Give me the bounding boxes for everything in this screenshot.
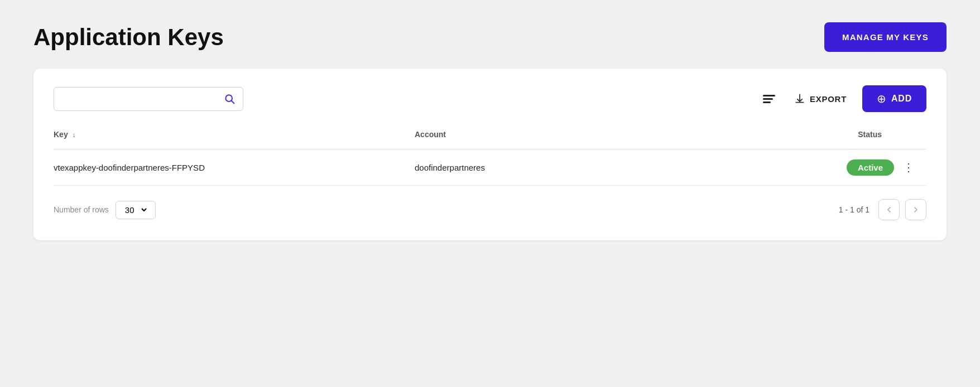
filter-button[interactable] <box>760 91 779 107</box>
export-button[interactable]: EXPORT <box>787 89 853 109</box>
search-input[interactable] <box>54 88 216 110</box>
rows-select-box[interactable]: 30 50 100 <box>116 201 156 219</box>
add-button[interactable]: ⊕ ADD <box>862 85 926 112</box>
search-icon <box>224 93 235 104</box>
add-label: ADD <box>891 94 912 104</box>
sort-arrow-key: ↓ <box>73 131 76 139</box>
chevron-left-icon <box>885 205 893 214</box>
row-actions-button[interactable]: ⋮ <box>899 158 919 176</box>
table-footer: Number of rows 30 50 100 1 - 1 of 1 <box>54 199 926 220</box>
table: Key ↓ Account Status vtexappkey-doofinde… <box>54 125 926 186</box>
export-icon <box>794 93 805 104</box>
filter-icon <box>763 101 771 103</box>
filter-icon <box>763 98 773 100</box>
manage-keys-button[interactable]: MANAGE MY KEYS <box>824 22 947 52</box>
table-row: vtexappkey-doofinderpartneres-FFPYSD doo… <box>54 149 926 186</box>
pagination-controls: 1 - 1 of 1 <box>839 199 926 220</box>
col-header-key: Key ↓ <box>54 125 415 143</box>
table-header: Key ↓ Account Status <box>54 125 926 149</box>
col-header-account: Account <box>415 125 776 143</box>
chevron-right-icon <box>911 205 920 214</box>
pagination-info: 1 - 1 of 1 <box>839 205 869 214</box>
cell-key: vtexappkey-doofinderpartneres-FFPYSD <box>54 163 415 172</box>
rows-per-page: Number of rows 30 50 100 <box>54 201 156 219</box>
toolbar: EXPORT ⊕ ADD <box>54 85 926 112</box>
svg-line-1 <box>232 101 234 104</box>
rows-select[interactable]: 30 50 100 <box>123 205 148 215</box>
export-label: EXPORT <box>810 94 847 104</box>
status-badge: Active <box>847 159 894 176</box>
col-header-actions <box>899 125 926 143</box>
col-header-status: Status <box>776 125 899 143</box>
page-title: Application Keys <box>33 24 224 51</box>
cell-actions: ⋮ <box>899 158 926 176</box>
search-button[interactable] <box>216 88 243 110</box>
add-plus-icon: ⊕ <box>877 93 887 104</box>
cell-status: Active <box>776 159 899 176</box>
search-box <box>54 87 243 111</box>
filter-icon <box>763 95 775 96</box>
cell-account: doofinderpartneres <box>415 163 776 172</box>
main-card: EXPORT ⊕ ADD Key ↓ Account Status vtexap… <box>33 69 947 240</box>
next-page-button[interactable] <box>905 199 926 220</box>
prev-page-button[interactable] <box>878 199 900 220</box>
rows-label: Number of rows <box>54 205 109 214</box>
